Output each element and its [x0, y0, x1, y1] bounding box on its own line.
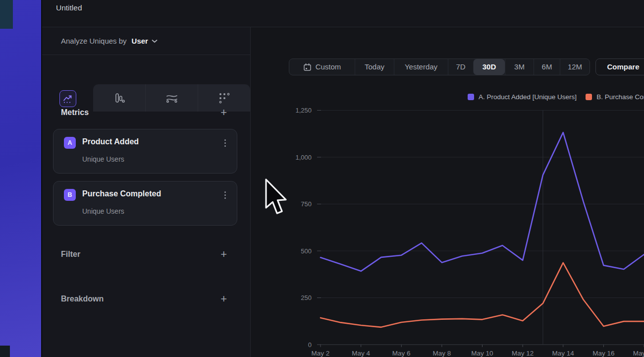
wallpaper-corner-top	[0, 0, 13, 29]
chevron-down-icon	[152, 39, 158, 43]
report-title[interactable]: Untitled	[56, 3, 82, 12]
range-12m-button[interactable]: 12M	[560, 59, 590, 75]
compare-button[interactable]: Compare	[595, 59, 644, 75]
analyze-row: Analyze Uniques by User	[61, 37, 158, 45]
analyze-by-dropdown[interactable]: User	[132, 37, 158, 45]
analyze-by-value: User	[132, 37, 148, 45]
add-filter-button[interactable]: +	[220, 249, 227, 259]
report-header: Untitled	[42, 0, 644, 27]
metric-card-b[interactable]: B Purchase Completed Unique Users	[53, 181, 237, 226]
flow-chart-icon	[165, 93, 178, 104]
funnel-dots-icon	[218, 92, 230, 104]
legend-item-a[interactable]: A. Product Added [Unique Users]	[468, 93, 577, 101]
metric-badge-a: A	[64, 137, 76, 149]
metric-name: Purchase Completed	[82, 189, 161, 198]
calendar-icon	[303, 63, 312, 71]
breakdown-title: Breakdown	[61, 295, 104, 303]
metrics-title: Metrics	[61, 108, 89, 117]
date-range-control: Custom Today Yesterday 7D 30D 3M 6M 12M	[289, 59, 590, 75]
metric-subtitle: Unique Users	[82, 207, 124, 215]
metric-name: Product Added	[82, 137, 139, 146]
chart-panel: Custom Today Yesterday 7D 30D 3M 6M 12M …	[251, 27, 644, 357]
kebab-menu-icon[interactable]	[221, 190, 228, 200]
range-yesterday-button[interactable]: Yesterday	[394, 59, 448, 75]
filter-title: Filter	[61, 250, 80, 259]
metrics-section-header: Metrics +	[42, 106, 251, 119]
legend-swatch-a	[468, 94, 474, 100]
range-30d-button[interactable]: 30D	[473, 59, 505, 75]
chart-type-tabstrip	[42, 55, 251, 112]
metric-badge-b: B	[64, 189, 76, 201]
app-window: Untitled Analyze Uniques by User	[42, 0, 644, 357]
legend-label-b: B. Purchase Completed [Unique Users]	[596, 93, 644, 101]
desktop-gradient-strip	[0, 0, 42, 357]
range-today-button[interactable]: Today	[355, 59, 394, 75]
bar-chart-icon	[113, 92, 125, 104]
range-6m-button[interactable]: 6M	[534, 59, 560, 75]
tab-line-chart[interactable]	[59, 90, 76, 107]
add-metric-button[interactable]: +	[220, 108, 227, 118]
query-sidebar: Analyze Uniques by User	[42, 27, 251, 357]
analyze-label: Analyze Uniques by	[61, 37, 127, 45]
range-7d-button[interactable]: 7D	[448, 59, 473, 75]
app-screen: Untitled Analyze Uniques by User	[0, 0, 644, 357]
filter-section-header: Filter +	[42, 247, 251, 261]
metric-subtitle: Unique Users	[82, 155, 124, 163]
range-custom-button[interactable]: Custom	[289, 59, 355, 75]
add-breakdown-button[interactable]: +	[220, 294, 227, 304]
range-3m-button[interactable]: 3M	[505, 59, 534, 75]
chart-legend: A. Product Added [Unique Users] B. Purch…	[468, 93, 644, 101]
breakdown-section-header: Breakdown +	[42, 292, 251, 306]
kebab-menu-icon[interactable]	[221, 138, 228, 148]
line-chart-icon	[63, 94, 73, 104]
legend-label-a: A. Product Added [Unique Users]	[479, 93, 577, 101]
wallpaper-corner-bottom	[0, 346, 10, 357]
metric-card-a[interactable]: A Product Added Unique Users	[53, 129, 237, 174]
legend-swatch-b	[586, 94, 592, 100]
legend-item-b[interactable]: B. Purchase Completed [Unique Users]	[586, 93, 644, 101]
range-label: Custom	[316, 59, 341, 75]
